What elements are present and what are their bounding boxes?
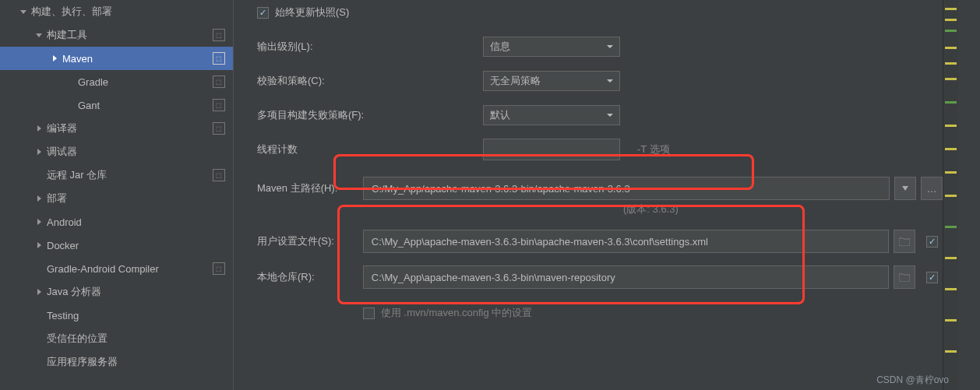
chevron-right-icon (34, 195, 44, 202)
tree-item[interactable]: Android (0, 210, 233, 234)
chevron-down-icon (19, 9, 28, 15)
chevron-right-icon (34, 242, 44, 248)
project-scope-icon: ⬚ (213, 169, 225, 181)
use-mvn-config-label: 使用 .mvn/maven.config 中的设置 (381, 306, 532, 320)
output-level-label: 输出级别(L): (257, 40, 483, 54)
local-repo-value: C:\My_App\apache-maven-3.6.3-bin\maven-r… (372, 272, 615, 283)
tree-item[interactable]: Java 分析器 (0, 280, 233, 304)
threads-label: 线程计数 (257, 142, 483, 156)
chevron-right-icon (34, 149, 44, 155)
tree-item-label: Gradle (78, 76, 213, 88)
user-settings-label: 用户设置文件(S): (257, 234, 363, 248)
chevron-right-icon (34, 219, 44, 225)
chevron-down-icon (34, 32, 44, 38)
project-scope-icon: ⬚ (213, 76, 225, 88)
tree-item-label: Gradle-Android Compiler (47, 263, 213, 275)
editor-minimap (943, 0, 958, 390)
maven-home-label: Maven 主路径(H): (257, 181, 363, 195)
tree-item-label: 编译器 (47, 121, 213, 135)
user-settings-value: C:\My_App\apache-maven-3.6.3-bin\apache-… (372, 236, 708, 248)
user-settings-browse-button[interactable] (894, 230, 915, 253)
tree-item[interactable]: 受信任的位置 (0, 327, 233, 350)
tree-item[interactable]: Maven⬚ (0, 47, 233, 70)
tree-item-label: 受信任的位置 (47, 332, 225, 346)
tree-item-label: 构建、执行、部署 (31, 5, 225, 19)
multifail-value: 默认 (490, 108, 510, 122)
local-repo-label: 本地仓库(R): (257, 270, 363, 284)
chevron-right-icon (34, 125, 44, 132)
checksum-value: 无全局策略 (490, 74, 541, 88)
always-update-checkbox[interactable]: ✓ (257, 7, 269, 19)
settings-tree[interactable]: 构建、执行、部署构建工具⬚Maven⬚Gradle⬚Gant⬚编译器⬚调试器远程… (0, 0, 234, 390)
chevron-right-icon (34, 289, 44, 295)
tree-item-label: 部署 (47, 191, 225, 206)
local-repo-override-checkbox[interactable]: ✓ (926, 272, 938, 283)
tree-item[interactable]: 编译器⬚ (0, 117, 233, 140)
always-update-label: 始终更新快照(S) (275, 5, 349, 19)
project-scope-icon: ⬚ (213, 262, 225, 275)
project-scope-icon: ⬚ (213, 52, 225, 65)
chevron-right-icon (50, 55, 59, 61)
project-scope-icon: ⬚ (213, 122, 225, 135)
project-scope-icon: ⬚ (213, 29, 225, 41)
tree-item[interactable]: Testing (0, 304, 233, 327)
user-settings-override-checkbox[interactable]: ✓ (926, 236, 938, 248)
tree-item[interactable]: 调试器 (0, 140, 233, 163)
tree-item-label: 调试器 (47, 145, 225, 159)
tree-item[interactable]: 部署 (0, 187, 233, 210)
checksum-label: 校验和策略(C): (257, 74, 483, 88)
tree-item-label: Android (47, 216, 225, 228)
local-repo-field[interactable]: C:\My_App\apache-maven-3.6.3-bin\maven-r… (363, 265, 889, 289)
use-mvn-config-checkbox[interactable] (363, 307, 375, 319)
output-level-dropdown[interactable]: 信息 (483, 37, 620, 57)
threads-hint: -T 选项 (637, 142, 670, 156)
tree-item[interactable]: 构建、执行、部署 (0, 0, 233, 23)
tree-item[interactable]: Gradle⬚ (0, 70, 233, 93)
tree-item-label: 构建工具 (47, 28, 213, 42)
multifail-label: 多项目构建失败策略(F): (257, 108, 483, 122)
tree-item-label: Docker (47, 240, 225, 251)
multifail-dropdown[interactable]: 默认 (483, 105, 620, 125)
tree-item[interactable]: Gradle-Android Compiler⬚ (0, 257, 233, 280)
maven-home-value: C:/My_App/apache-maven-3.6.3-bin/apache-… (372, 183, 630, 195)
maven-home-field[interactable]: C:/My_App/apache-maven-3.6.3-bin/apache-… (363, 177, 890, 200)
local-repo-browse-button[interactable] (894, 265, 915, 289)
tree-item[interactable]: 应用程序服务器 (0, 350, 233, 374)
output-level-value: 信息 (490, 40, 510, 54)
tree-item[interactable]: Docker (0, 234, 233, 257)
tree-item-label: Testing (47, 310, 225, 321)
maven-settings-panel: ✓ 始终更新快照(S) 输出级别(L): 信息 校验和策略(C): 无全局策略 … (234, 0, 980, 390)
project-scope-icon: ⬚ (213, 99, 225, 111)
tree-item-label: Gant (78, 100, 213, 111)
watermark-text: CSDN @青柠ovo (876, 374, 949, 387)
tree-item[interactable]: 构建工具⬚ (0, 23, 233, 47)
tree-item-label: Maven (62, 53, 213, 65)
tree-item-label: Java 分析器 (47, 285, 225, 299)
user-settings-field[interactable]: C:\My_App\apache-maven-3.6.3-bin\apache-… (363, 230, 889, 253)
tree-item[interactable]: Gant⬚ (0, 93, 233, 117)
checksum-dropdown[interactable]: 无全局策略 (483, 71, 620, 91)
tree-item-label: 应用程序服务器 (47, 355, 225, 369)
maven-home-dropdown-button[interactable] (894, 177, 916, 200)
tree-item[interactable]: 远程 Jar 仓库⬚ (0, 163, 233, 187)
threads-input[interactable] (483, 139, 620, 160)
tree-item-label: 远程 Jar 仓库 (47, 168, 213, 182)
maven-home-browse-button[interactable]: … (921, 177, 943, 200)
